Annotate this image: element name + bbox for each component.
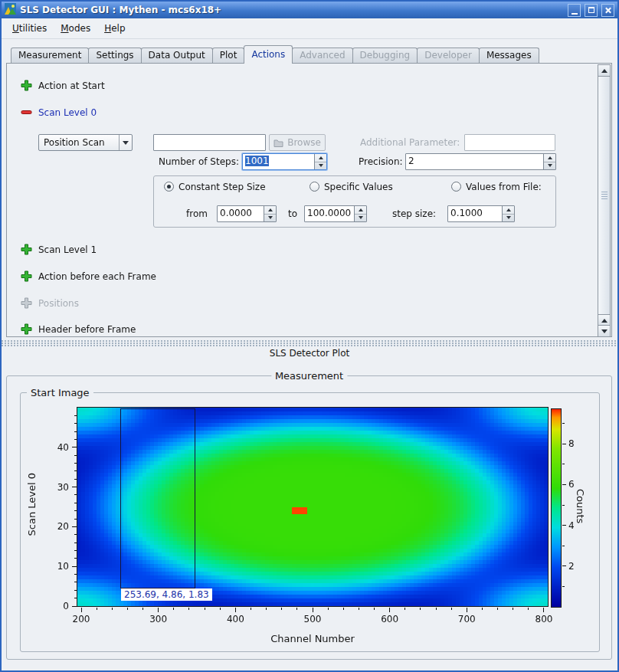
- chevron-down-icon: [119, 135, 132, 150]
- tab-plot[interactable]: Plot: [212, 48, 245, 63]
- minimize-icon: [572, 13, 578, 15]
- splitter-handle[interactable]: [2, 340, 617, 347]
- menu-bar: UtilitiesModesHelp: [2, 18, 617, 39]
- spin-down-icon: [315, 162, 326, 170]
- action-before-each-frame-label: Action before each Frame: [38, 271, 156, 282]
- spin-down-icon: [264, 214, 276, 222]
- tab-bar: MeasurementSettingsData OutputPlotAction…: [11, 44, 539, 63]
- action-before-each-frame-row[interactable]: Action before each Frame: [21, 270, 156, 283]
- header-before-frame-row[interactable]: Header before Frame: [21, 323, 136, 336]
- number-of-steps-value: 1001: [243, 154, 314, 169]
- folder-icon: [273, 139, 283, 147]
- scan-level-0-label: Scan Level 0: [38, 107, 97, 118]
- spin-up-icon: [264, 206, 276, 214]
- start-image-group-title: Start Image: [27, 387, 93, 398]
- maximize-icon: [588, 7, 594, 13]
- spin-buttons[interactable]: [264, 206, 276, 221]
- vertical-scrollbar[interactable]: [598, 64, 611, 336]
- menu-item-help[interactable]: Help: [98, 20, 131, 37]
- arrow-up-icon: [601, 316, 608, 323]
- values-from-file-label: Values from File:: [466, 182, 542, 192]
- constant-step-size-label: Constant Step Size: [178, 182, 266, 192]
- close-button[interactable]: [601, 4, 614, 17]
- position-tracker: 253.69, 4.86, 1.83: [121, 588, 212, 601]
- step-size-spinbox[interactable]: 0.1000: [447, 205, 515, 222]
- colorbar-title: Counts: [575, 489, 586, 523]
- scan-level-1-label: Scan Level 1: [38, 244, 97, 255]
- scroll-down-button[interactable]: [598, 325, 611, 336]
- scrollbar-track[interactable]: [598, 76, 611, 315]
- expand-plus-icon[interactable]: [21, 323, 32, 335]
- tab-messages[interactable]: Messages: [479, 48, 539, 63]
- constant-step-size-radio[interactable]: Constant Step Size: [164, 181, 266, 192]
- spin-down-icon: [544, 162, 555, 170]
- spin-buttons[interactable]: [543, 154, 555, 169]
- number-of-steps-label: Number of Steps:: [115, 156, 239, 168]
- minimize-button[interactable]: [568, 4, 581, 17]
- y-axis-title: Scan Level 0: [26, 473, 38, 536]
- colorbar: [551, 408, 562, 608]
- zoom-selection-rect: [120, 408, 195, 588]
- tab-data-output[interactable]: Data Output: [141, 48, 213, 63]
- spin-down-icon: [355, 214, 366, 222]
- expand-plus-icon[interactable]: [21, 244, 32, 255]
- x-axis-title: Channel Number: [236, 633, 389, 644]
- to-label: to: [288, 208, 297, 220]
- browse-button: Browse: [269, 134, 326, 151]
- positions-row: Positions: [21, 297, 79, 310]
- expand-plus-icon[interactable]: [21, 270, 32, 282]
- collapse-minus-icon[interactable]: [21, 107, 32, 118]
- from-value: 0.0000: [218, 206, 264, 221]
- action-at-start-row[interactable]: Action at Start: [21, 79, 105, 92]
- from-label: from: [186, 208, 208, 220]
- plot-dock-title: SLS Detector Plot: [0, 348, 619, 359]
- expand-plus-icon-disabled: [21, 297, 32, 309]
- spin-buttons[interactable]: [314, 154, 326, 169]
- radio-circle-icon: [310, 182, 319, 192]
- scroll-up-button[interactable]: [598, 64, 611, 77]
- window-title: SLS Detector GUI : Mythen - mcs6x18+: [20, 5, 564, 15]
- maximize-button[interactable]: [585, 4, 598, 17]
- precision-spinbox[interactable]: 2: [405, 153, 556, 170]
- action-at-start-label: Action at Start: [38, 80, 105, 91]
- positions-label: Positions: [38, 298, 79, 309]
- app-icon: [5, 3, 16, 17]
- step-size-label: step size:: [392, 208, 436, 220]
- spin-buttons[interactable]: [354, 206, 366, 221]
- to-spinbox[interactable]: 100.0000: [304, 205, 367, 222]
- browse-label: Browse: [287, 137, 321, 148]
- spin-up-icon: [315, 154, 326, 162]
- tab-debugging: Debugging: [352, 48, 418, 63]
- tab-measurement[interactable]: Measurement: [11, 48, 89, 63]
- menu-item-modes[interactable]: Modes: [54, 20, 97, 37]
- close-icon: [604, 7, 611, 14]
- precision-value: 2: [406, 154, 543, 169]
- additional-parameter-input: [464, 134, 555, 151]
- specific-values-radio[interactable]: Specific Values: [310, 181, 393, 192]
- number-of-steps-spinbox[interactable]: 1001: [242, 153, 327, 170]
- tab-developer: Developer: [417, 48, 480, 63]
- additional-parameter-label: Additional Parameter:: [360, 137, 460, 149]
- step-size-value: 0.1000: [448, 206, 502, 221]
- menu-item-utilities[interactable]: Utilities: [6, 20, 53, 37]
- scan-level-1-row[interactable]: Scan Level 1: [21, 243, 97, 256]
- scan-mode-value: Position Scan: [39, 137, 119, 148]
- radio-circle-icon: [164, 182, 174, 192]
- values-from-file-radio[interactable]: Values from File:: [451, 181, 542, 192]
- header-before-frame-label: Header before Frame: [38, 324, 136, 335]
- scan-script-input[interactable]: [153, 134, 266, 151]
- spin-buttons[interactable]: [502, 206, 514, 221]
- tab-actions[interactable]: Actions: [244, 45, 293, 64]
- scan-mode-combo[interactable]: Position Scan: [38, 134, 133, 151]
- expand-plus-icon[interactable]: [21, 80, 32, 91]
- spin-up-icon: [544, 154, 555, 162]
- arrow-up-icon: [601, 66, 608, 73]
- grip-icon: [601, 192, 608, 200]
- from-spinbox[interactable]: 0.0000: [217, 205, 277, 222]
- measurement-group-title: Measurement: [271, 370, 347, 382]
- title-bar[interactable]: SLS Detector GUI : Mythen - mcs6x18+: [2, 2, 617, 18]
- scrollbar-thumb[interactable]: [598, 76, 611, 315]
- tab-settings[interactable]: Settings: [88, 48, 141, 63]
- scan-level-0-row[interactable]: Scan Level 0: [21, 106, 97, 119]
- radio-circle-icon: [451, 182, 461, 192]
